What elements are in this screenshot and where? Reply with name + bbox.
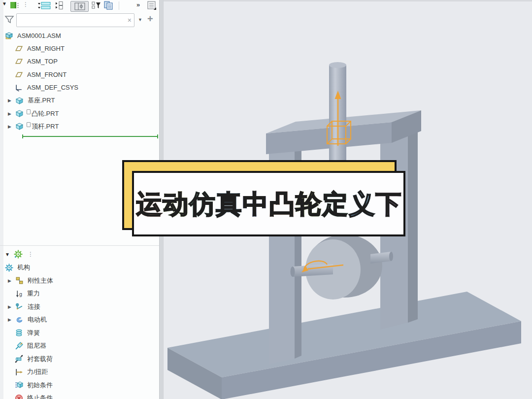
tree-item-label: ASM_FRONT [27, 71, 66, 78]
filter-tree-icon[interactable] [92, 1, 101, 10]
termination-conditions-icon [15, 394, 25, 399]
tree-item-label: ASM_DEF_CSYS [27, 84, 78, 91]
tree-item-label: ASM0001.ASM [17, 32, 61, 39]
rigid-body-icon [15, 276, 25, 285]
mechanism-gear-icon [5, 264, 15, 272]
tree-row[interactable]: 弹簧 [0, 327, 159, 340]
csys-icon [15, 83, 25, 92]
left-post[interactable] [269, 144, 301, 365]
filter-funnel-icon[interactable] [4, 15, 14, 25]
bushing-load-icon [15, 355, 25, 363]
toolbar-dots-icon[interactable]: ⋮ [23, 1, 29, 8]
model-tree-panel: ▼ ⋮ [0, 0, 159, 399]
expand-caret[interactable]: ▶ [8, 317, 15, 322]
tree-item-label: 终止条件 [27, 394, 53, 399]
tree-row[interactable]: ▶ 顶杆.PRT [0, 120, 159, 133]
expand-caret[interactable]: ▶ [8, 124, 15, 129]
clear-search-icon[interactable]: × [128, 16, 132, 25]
tree-item-label: 凸轮.PRT [32, 109, 59, 118]
tree-item-label: 弹簧 [27, 329, 40, 337]
cam-mechanism-scene [164, 0, 532, 399]
tree-columns-button[interactable] [70, 1, 89, 12]
part-icon [15, 97, 25, 105]
tree-row[interactable]: 力/扭距 [0, 366, 159, 379]
gravity-icon [15, 290, 25, 298]
3d-viewport[interactable] [164, 0, 532, 399]
expand-caret[interactable]: ▶ [8, 278, 15, 283]
model-tree-icon[interactable] [10, 1, 20, 10]
part-icon [15, 122, 25, 131]
add-filter-icon[interactable]: + [147, 13, 153, 25]
search-options-dropdown-icon[interactable]: ▼ [138, 17, 142, 22]
tree-row[interactable]: 衬套载荷 [0, 353, 159, 366]
tree-item-label: 衬套载荷 [27, 355, 53, 364]
search-input[interactable] [19, 15, 124, 27]
tree-item-label: 顶杆.PRT [32, 122, 59, 131]
tree-item-label: 初始条件 [27, 381, 53, 390]
tree-item-label: 基座.PRT [28, 96, 55, 105]
motor-icon [15, 316, 25, 324]
tree-row[interactable]: ▶ 凸轮.PRT [0, 107, 159, 120]
model-tree: ASM0001.ASM ASM_RIGHT ASM_TOP ASM_FRONT … [0, 29, 159, 133]
tree-row[interactable]: 初始条件 [0, 379, 159, 392]
tree-item-label: 阻尼器 [27, 341, 46, 350]
tree-item-label: 力/扭距 [27, 367, 48, 376]
mechanism-collapse-icon[interactable]: ▼ [5, 252, 10, 257]
tree-row[interactable]: ▶ 连接 [0, 300, 159, 314]
body-badge [27, 109, 31, 114]
panel-divider [0, 245, 159, 246]
tree-item-label: ASM_RIGHT [27, 45, 65, 52]
right-post[interactable] [380, 126, 418, 330]
tree-item-label: 刚性主体 [28, 276, 53, 285]
tree-row[interactable]: ASM_FRONT [0, 68, 159, 81]
assembly-icon [5, 32, 15, 40]
tree-row[interactable]: ASM_TOP [0, 55, 159, 68]
application-window: ▼ ⋮ [0, 0, 532, 399]
datum-plane-icon [15, 44, 25, 53]
mechanism-dots-icon[interactable]: ⋮ [28, 251, 33, 258]
tree-row[interactable]: 终止条件 [0, 392, 159, 399]
tree-row[interactable]: 重力 [0, 287, 159, 300]
tree-settings-icon[interactable] [147, 1, 157, 10]
tree-row[interactable]: ▶ 基座.PRT [0, 94, 159, 107]
datum-plane-icon [15, 57, 25, 66]
expand-caret[interactable]: ▶ [8, 111, 15, 116]
tree-toolbar: ▼ ⋮ [0, 0, 159, 12]
mechanism-tree-icon[interactable] [14, 250, 23, 259]
base-part[interactable] [167, 292, 521, 399]
spring-icon [15, 329, 25, 337]
damper-icon [15, 342, 25, 350]
toolbar-separator [119, 1, 119, 10]
tree-item-label: 电动机 [28, 315, 47, 324]
part-icon [15, 109, 25, 118]
tree-row[interactable]: ASM_DEF_CSYS [0, 81, 159, 94]
tree-collapse-icon[interactable]: ▼ [2, 1, 7, 6]
toolbar-overflow-icon[interactable]: » [136, 1, 140, 8]
tree-search-row: × ▼ + [0, 13, 159, 29]
tree-row[interactable]: ASM_RIGHT [0, 42, 159, 55]
expand-caret[interactable]: ▶ [8, 304, 15, 309]
panel-splitter[interactable] [159, 0, 164, 399]
insertion-indicator [22, 136, 158, 137]
tree-search-box: × [16, 13, 134, 27]
force-torque-icon [15, 368, 25, 376]
connections-icon [15, 302, 25, 311]
list-expand-icon[interactable] [55, 1, 67, 10]
copy-settings-icon[interactable] [103, 1, 114, 10]
expand-caret[interactable]: ▶ [8, 98, 15, 103]
list-collapse-icon[interactable] [37, 1, 52, 10]
tree-row[interactable]: ▶ 刚性主体 [0, 274, 159, 288]
tree-row[interactable]: ▶ 电动机 [0, 313, 159, 327]
body-badge [27, 122, 31, 127]
tree-item-label: 机构 [17, 263, 30, 272]
datum-plane-icon [15, 70, 25, 79]
mechanism-tree-header: ▼ ⋮ [0, 248, 159, 261]
tree-row[interactable]: 阻尼器 [0, 339, 159, 353]
viewport-top-strip [164, 0, 532, 1]
tree-item-label: 连接 [28, 302, 40, 311]
tree-row[interactable]: ASM0001.ASM [0, 29, 159, 42]
tree-row[interactable]: 机构 [0, 261, 159, 274]
initial-conditions-icon [15, 381, 25, 389]
mechanism-tree: 机构 ▶ 刚性主体 重力 ▶ 连接 ▶ 电动机 弹簧 阻尼器 衬套载荷 [0, 261, 159, 399]
tree-item-label: 重力 [27, 289, 40, 298]
